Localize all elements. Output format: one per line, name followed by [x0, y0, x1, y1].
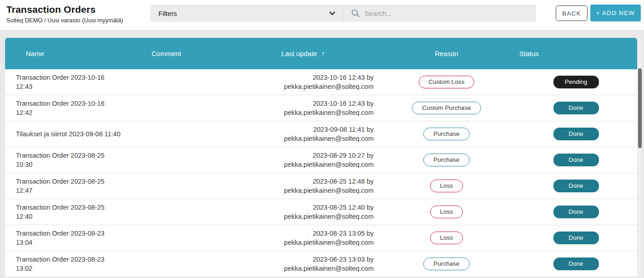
column-header-reason[interactable]: Reason	[378, 50, 515, 57]
table-row[interactable]: Transaction Order 2023-08-23 13:02 2023-…	[5, 251, 637, 277]
order-reason-cell: Loss	[378, 206, 515, 218]
order-name: Transaction Order 2023-08-25 12:47	[5, 177, 146, 195]
table-row[interactable]: Transaction Order 2023-10-16 12:43 2023-…	[5, 69, 637, 95]
order-status-cell: Done	[515, 257, 637, 270]
search-input[interactable]	[365, 10, 531, 17]
status-pill: Done	[553, 154, 599, 166]
status-pill: Done	[553, 128, 599, 140]
filters-dropdown-label: Filters	[158, 10, 177, 17]
filters-dropdown[interactable]: Filters	[150, 5, 343, 22]
reason-pill: Purchase	[423, 257, 469, 270]
scrollbar-track[interactable]	[638, 38, 642, 277]
transaction-orders-page: Transaction Orders Solteq DEMO / Uusi va…	[0, 0, 644, 278]
column-header-name[interactable]: Name	[5, 50, 146, 57]
sort-ascending-icon: ↑	[321, 50, 325, 57]
table-row[interactable]: Transaction Order 2023-08-23 13:04 2023-…	[5, 225, 637, 251]
column-header-comment[interactable]: Comment	[146, 50, 228, 57]
order-reason-cell: Loss	[378, 180, 515, 192]
table-row[interactable]: Transaction Order 2023-08-25 12:40 2023-…	[5, 199, 637, 225]
reason-pill: Loss	[430, 206, 463, 218]
order-last-update: 2023-08-29 10:27 by pekka.pietikainen@so…	[228, 151, 378, 169]
table-row[interactable]: Transaction Order 2023-08-25 12:47 2023-…	[5, 173, 637, 199]
order-reason-cell: Purchase	[378, 128, 515, 140]
status-pill: Done	[553, 180, 599, 192]
order-status-cell: Done	[515, 102, 637, 114]
order-reason-cell: Purchase	[378, 257, 515, 270]
order-status-cell: Done	[515, 180, 637, 192]
table-row[interactable]: Transaction Order 2023-10-16 12:42 2023-…	[5, 95, 637, 121]
search-box[interactable]	[343, 5, 536, 22]
back-button[interactable]: BACK	[556, 5, 588, 21]
order-last-update: 2023-09-08 11:41 by pekka.pietikainen@so…	[228, 125, 378, 143]
status-pill: Done	[553, 257, 599, 270]
table-row[interactable]: Transaction Order 2023-08-25 10:30 2023-…	[5, 147, 637, 173]
table-row[interactable]: Tilaukset ja siirrot 2023-09-08 11:40 20…	[5, 121, 637, 147]
page-title: Transaction Orders	[6, 4, 123, 15]
order-status-cell: Done	[515, 206, 637, 218]
order-name: Transaction Order 2023-08-23 13:04	[5, 229, 146, 247]
order-status-cell: Done	[515, 128, 637, 140]
scrollbar-thumb[interactable]	[638, 68, 642, 148]
status-pill: Done	[553, 232, 599, 244]
column-header-last-update-label: Last update	[281, 50, 317, 57]
order-last-update: 2023-10-16 12:43 by pekka.pietikainen@so…	[228, 99, 378, 117]
order-name: Transaction Order 2023-10-16 12:42	[5, 99, 146, 117]
order-name: Transaction Order 2023-08-25 10:30	[5, 151, 146, 169]
breadcrumb: Solteq DEMO / Uusi varasto (Uusi myymälä…	[6, 17, 123, 24]
add-new-button[interactable]: + ADD NEW	[590, 5, 641, 21]
order-status-cell: Done	[515, 154, 637, 166]
search-icon	[351, 9, 360, 18]
title-block: Transaction Orders Solteq DEMO / Uusi va…	[6, 4, 123, 24]
order-reason-cell: Custom Loss	[378, 76, 515, 88]
chevron-down-icon	[329, 10, 336, 17]
status-pill: Pending	[553, 76, 599, 88]
content-area: Name Comment Last update ↑ Reason Status…	[0, 31, 644, 278]
reason-pill: Custom Loss	[419, 76, 475, 88]
order-name: Transaction Order 2023-10-16 12:43	[5, 73, 146, 91]
order-name: Tilaukset ja siirrot 2023-09-08 11:40	[5, 129, 146, 139]
status-pill: Done	[553, 102, 599, 114]
reason-pill: Purchase	[423, 128, 469, 140]
orders-table: Name Comment Last update ↑ Reason Status…	[5, 38, 637, 277]
order-status-cell: Done	[515, 232, 637, 244]
order-reason-cell: Custom Purchase	[378, 102, 515, 114]
order-name: Transaction Order 2023-08-23 13:02	[5, 255, 146, 273]
topbar: Transaction Orders Solteq DEMO / Uusi va…	[0, 0, 644, 31]
status-pill: Done	[553, 206, 599, 218]
order-name: Transaction Order 2023-08-25 12:40	[5, 203, 146, 221]
reason-pill: Custom Purchase	[412, 102, 481, 114]
reason-pill: Purchase	[423, 154, 469, 166]
table-body: Transaction Order 2023-10-16 12:43 2023-…	[5, 69, 637, 277]
column-header-status[interactable]: Status	[515, 50, 637, 57]
column-header-last-update[interactable]: Last update ↑	[228, 50, 378, 57]
reason-pill: Loss	[430, 180, 463, 192]
order-last-update: 2023-10-16 12:43 by pekka.pietikainen@so…	[228, 73, 378, 91]
order-reason-cell: Purchase	[378, 154, 515, 166]
order-last-update: 2023-08-25 12:40 by pekka.pietikainen@so…	[228, 203, 378, 221]
order-reason-cell: Loss	[378, 232, 515, 244]
order-last-update: 2023-08-23 13:03 by pekka.pietikainen@so…	[228, 255, 378, 273]
order-last-update: 2023-08-23 13:05 by pekka.pietikainen@so…	[228, 229, 378, 247]
order-status-cell: Pending	[515, 76, 637, 88]
reason-pill: Loss	[430, 232, 463, 244]
table-header: Name Comment Last update ↑ Reason Status	[5, 38, 637, 69]
order-last-update: 2023-08-25 12:48 by pekka.pietikainen@so…	[228, 177, 378, 195]
